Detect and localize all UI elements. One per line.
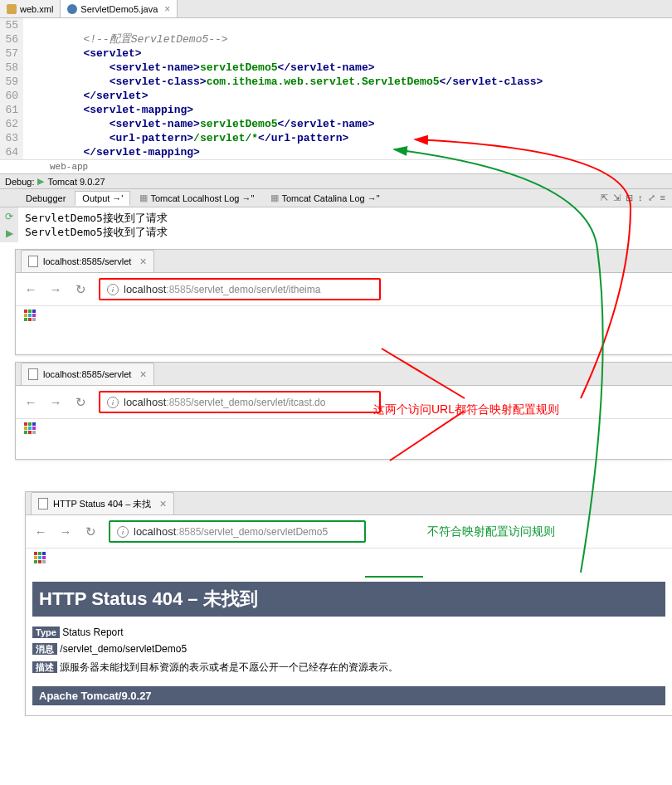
apps-icon[interactable] — [24, 422, 36, 434]
reload-icon[interactable]: ↻ — [74, 395, 87, 410]
browser-tab[interactable]: localhost:8585/servlet × — [21, 363, 154, 385]
page-icon — [28, 256, 38, 267]
console: ⟳ ▶ ServletDemo5接收到了请求 ServletDemo5接收到了请… — [0, 207, 672, 242]
forward-icon[interactable]: → — [49, 282, 62, 296]
info-icon[interactable]: i — [117, 526, 129, 538]
play-icon[interactable]: ▶ — [6, 227, 13, 239]
arrow-icon: →' — [112, 193, 123, 203]
code-editor[interactable]: 55565758596061626364 <!--配置ServletDemo5-… — [0, 18, 672, 159]
info-icon[interactable]: i — [107, 397, 119, 408]
browser-tab[interactable]: localhost:8585/servlet × — [21, 250, 154, 272]
tab-servlet-demo5[interactable]: ServletDemo5.java × — [61, 0, 178, 17]
close-icon[interactable]: × — [139, 255, 146, 268]
error-body: HTTP Status 404 – 未找到 Type Status Report… — [26, 572, 672, 715]
annotation-green: 不符合映射配置访问规则 — [427, 524, 555, 539]
browser-window-3: HTTP Status 404 – 未找 × ← → ↻ i localhost… — [25, 491, 672, 716]
tab-output[interactable]: Output →' — [75, 191, 130, 206]
close-icon[interactable]: × — [159, 497, 166, 510]
editor-tabs: web.xml ServletDemo5.java × — [0, 0, 672, 18]
annotation-red: 这两个访问URL都符合映射配置规则 — [373, 402, 559, 417]
tab-localhost-log[interactable]: ▦ Tomcat Localhost Log →" — [132, 190, 261, 206]
browser-tab-title: localhost:8585/servlet — [43, 256, 131, 266]
error-title: HTTP Status 404 – 未找到 — [32, 582, 665, 617]
tool-icons: ⇱⇲⊟↕⤢≡ — [601, 193, 672, 203]
tab-label: ServletDemo5.java — [80, 4, 158, 14]
tab-catalina-log[interactable]: ▦ Tomcat Catalina Log →" — [263, 190, 387, 206]
tool-icon[interactable]: ≡ — [660, 193, 665, 203]
forward-icon[interactable]: → — [49, 395, 62, 409]
tomcat-footer: Apache Tomcat/9.0.27 — [32, 686, 665, 705]
close-icon[interactable]: × — [139, 368, 146, 381]
browser-tab-title: HTTP Status 404 – 未找 — [53, 498, 151, 510]
page-icon — [38, 498, 48, 510]
browser-window-1: localhost:8585/servlet × ← → ↻ i localho… — [15, 249, 672, 355]
tab-label: web.xml — [20, 4, 53, 14]
xml-icon — [7, 4, 17, 14]
tool-icon[interactable]: ⤢ — [648, 193, 655, 203]
debug-bar: Debug: ▶ Tomcat 9.0.27 — [0, 173, 672, 189]
reload-icon[interactable]: ↻ — [74, 282, 87, 297]
back-icon[interactable]: ← — [24, 395, 37, 409]
address-bar[interactable]: i localhost:8585/servlet_demo/servlet/it… — [99, 278, 381, 300]
browser-window-2: localhost:8585/servlet × ← → ↻ i localho… — [15, 362, 672, 460]
back-icon[interactable]: ← — [24, 282, 37, 296]
debug-label: Debug: — [5, 177, 34, 187]
tab-web-xml[interactable]: web.xml — [0, 0, 61, 17]
console-gutter: ⟳ ▶ — [0, 207, 18, 242]
apps-icon[interactable] — [24, 310, 36, 321]
run-icon[interactable]: ▶ — [37, 176, 44, 187]
tool-icon[interactable]: ↕ — [638, 193, 643, 203]
tab-debugger[interactable]: Debugger — [18, 191, 73, 206]
apps-icon[interactable] — [34, 552, 46, 563]
line-gutter: 55565758596061626364 — [0, 18, 23, 159]
code-content[interactable]: <!--配置ServletDemo5--> <servlet> <servlet… — [23, 18, 672, 159]
address-bar[interactable]: i localhost:8585/servlet_demo/servlet/it… — [99, 391, 381, 413]
debug-config: Tomcat 9.0.27 — [47, 177, 105, 187]
tool-icon[interactable]: ⊟ — [626, 193, 633, 203]
breadcrumb: web-app — [0, 159, 672, 173]
page-icon — [28, 368, 38, 380]
java-icon — [67, 4, 77, 14]
forward-icon[interactable]: → — [59, 524, 72, 539]
address-bar[interactable]: i localhost:8585/servlet_demo/servletDem… — [109, 520, 366, 543]
browser-tab-title: localhost:8585/servlet — [43, 369, 131, 379]
info-icon[interactable]: i — [107, 284, 119, 295]
tool-tabs: Debugger Output →' ▦ Tomcat Localhost Lo… — [0, 189, 672, 207]
tool-icon[interactable]: ⇲ — [613, 193, 621, 203]
reload-icon[interactable]: ↻ — [84, 524, 97, 539]
tool-icon[interactable]: ⇱ — [601, 193, 608, 203]
console-output[interactable]: ServletDemo5接收到了请求 ServletDemo5接收到了请求 — [18, 207, 174, 242]
close-icon[interactable]: × — [164, 3, 170, 15]
back-icon[interactable]: ← — [34, 524, 47, 539]
browser-tab[interactable]: HTTP Status 404 – 未找 × — [31, 492, 174, 514]
rerun-icon[interactable]: ⟳ — [5, 211, 13, 222]
